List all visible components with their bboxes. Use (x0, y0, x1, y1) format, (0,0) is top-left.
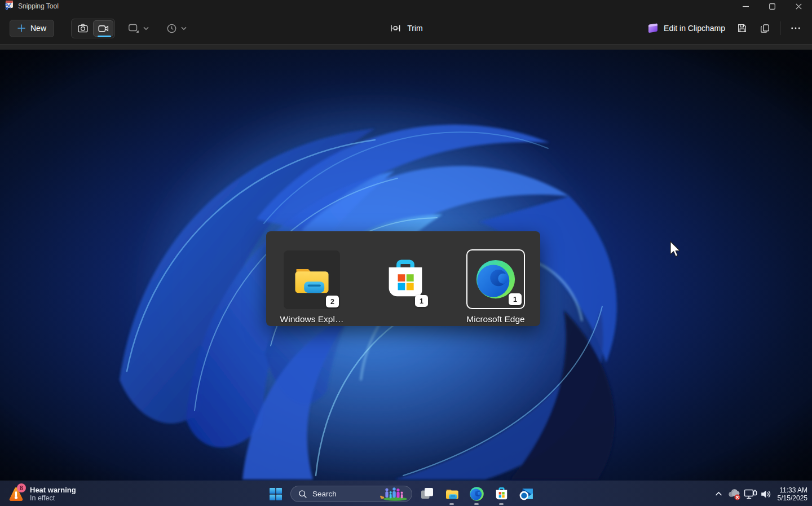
clock-icon (166, 23, 178, 34)
weather-title: Heat warning (30, 486, 76, 494)
weather-alert-icon: 8 (7, 485, 25, 503)
toolbar-divider (780, 21, 780, 35)
delay-dropdown[interactable] (161, 19, 191, 38)
weather-subtitle: In effect (30, 494, 55, 503)
selected-mode-indicator (98, 36, 111, 37)
weather-text: Heat warning In effect (30, 486, 76, 503)
switcher-item-microsoft-edge[interactable]: 1 Microsoft Edge (453, 231, 538, 325)
save-icon (736, 23, 748, 34)
search-highlight-family-art (379, 486, 409, 501)
windows-start-icon (270, 488, 282, 500)
new-button[interactable]: New (10, 20, 54, 37)
taskbar: 8 Heat warning In effect (0, 481, 812, 506)
chevron-up-icon (715, 491, 722, 496)
window-count-badge: 2 (326, 296, 339, 307)
window-count-badge: 1 (509, 293, 522, 305)
taskbar-outlook[interactable] (514, 481, 539, 506)
ethernet-network-icon (744, 488, 757, 500)
minimize-icon (743, 3, 749, 10)
weather-widget[interactable]: 8 Heat warning In effect (2, 481, 81, 506)
tray-onedrive-button[interactable] (726, 481, 743, 506)
copy-button[interactable] (753, 19, 776, 38)
record-mode-button[interactable] (93, 20, 113, 37)
taskbar-microsoft-store[interactable] (489, 481, 514, 506)
toolbar-edge (0, 44, 812, 50)
microsoft-edge-icon (469, 486, 484, 501)
save-button[interactable] (731, 19, 753, 38)
region-mode-icon (127, 22, 140, 34)
start-button[interactable] (263, 481, 288, 506)
snip-mode-dropdown[interactable] (123, 19, 153, 38)
copy-icon (760, 23, 770, 34)
microsoft-edge-tile-selected: 1 (466, 249, 525, 309)
toolbar: New (0, 12, 812, 44)
maximize-button[interactable] (759, 0, 785, 12)
trim-icon (389, 22, 401, 34)
toolbar-right-group: Edit in Clipchamp (642, 19, 807, 38)
minimize-button[interactable] (732, 0, 759, 12)
file-explorer-icon (444, 486, 460, 501)
running-indicator (449, 503, 454, 505)
snipping-tool-app-icon (5, 1, 14, 10)
tray-network-button[interactable] (743, 481, 758, 506)
clock[interactable]: 11:33 AM 5/15/2025 (778, 486, 807, 502)
clock-time: 11:33 AM (779, 486, 807, 494)
taskbar-center-group: Search (263, 481, 539, 506)
plus-icon (17, 24, 25, 32)
windows-explorer-tile: 2 (284, 250, 340, 309)
close-icon (796, 3, 802, 10)
taskbar-file-explorer[interactable] (439, 481, 464, 506)
running-indicator (499, 503, 504, 505)
ellipsis-icon (790, 23, 801, 34)
file-explorer-icon (290, 258, 333, 301)
edit-in-clipchamp-button[interactable]: Edit in Clipchamp (642, 19, 731, 37)
capture-mode-switch (71, 19, 115, 38)
clipchamp-label: Edit in Clipchamp (664, 24, 725, 33)
running-indicator (474, 503, 479, 505)
clock-date: 5/15/2025 (778, 494, 807, 502)
tray-volume-button[interactable] (758, 481, 773, 506)
task-view-icon (421, 488, 433, 500)
window-title: Snipping Tool (18, 2, 59, 10)
screen: Snipping Tool New (0, 0, 812, 506)
switcher-item-label: Microsoft Edge (466, 314, 524, 325)
switcher-item-label: Windows Expl… (280, 314, 344, 325)
speaker-icon (760, 488, 772, 500)
window-count-badge: 1 (415, 295, 428, 307)
task-view-button[interactable] (414, 481, 439, 506)
chevron-down-icon (143, 27, 149, 30)
toolbar-left-group: New (0, 19, 191, 38)
mouse-cursor (668, 240, 681, 259)
close-button[interactable] (785, 0, 812, 12)
outlook-icon (519, 486, 534, 501)
snapshot-mode-button[interactable] (73, 20, 93, 37)
task-switcher-overlay: 2 Windows Expl… 1 (266, 231, 540, 326)
switcher-item-microsoft-store[interactable]: 1 (363, 231, 448, 325)
chevron-down-icon (181, 27, 187, 30)
titlebar: Snipping Tool (0, 0, 812, 12)
camera-icon (77, 23, 89, 34)
system-tray: 11:33 AM 5/15/2025 (712, 481, 812, 506)
new-button-label: New (30, 24, 46, 33)
microsoft-store-icon (494, 486, 509, 501)
video-camera-icon (98, 23, 109, 34)
search-placeholder: Search (312, 490, 337, 498)
captured-frame: 2 Windows Expl… 1 (0, 50, 812, 481)
taskbar-microsoft-edge[interactable] (464, 481, 489, 506)
maximize-icon (769, 3, 775, 10)
more-options-button[interactable] (784, 19, 807, 38)
switcher-item-windows-explorer[interactable]: 2 Windows Expl… (270, 231, 354, 325)
window-controls (732, 0, 812, 12)
alert-count-badge: 8 (17, 483, 26, 492)
trim-label: Trim (407, 24, 422, 33)
search-icon (298, 489, 307, 499)
search-box[interactable]: Search (290, 486, 412, 502)
microsoft-store-tile: 1 (377, 250, 434, 309)
trim-button[interactable]: Trim (389, 22, 422, 34)
onedrive-error-icon (727, 487, 742, 501)
clipchamp-icon (647, 23, 659, 33)
tray-show-hidden-button[interactable] (712, 481, 726, 506)
